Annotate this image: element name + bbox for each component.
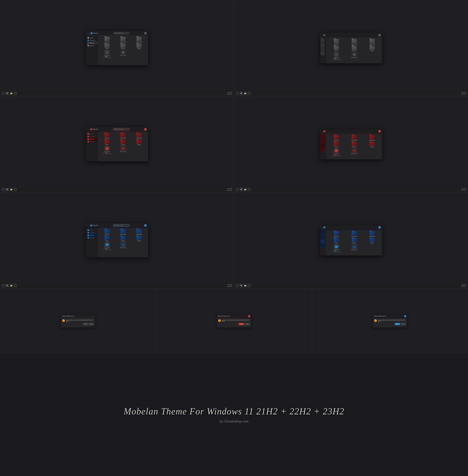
drive-local-6[interactable]: Local Disk (C:) 31.2 GB free of 59.2 GB	[328, 245, 345, 253]
folder-desktop-1[interactable]: Desktop	[100, 37, 115, 43]
folder-music-6[interactable]: Music	[328, 238, 345, 244]
folder-downloads-6[interactable]: Downloads	[364, 231, 381, 237]
taskbar-icon-1[interactable]: ⊞	[2, 92, 5, 95]
close-btn-6[interactable]: ×	[379, 226, 381, 229]
folder-pictures-3[interactable]: Pictures	[116, 140, 131, 145]
dialog-window-3[interactable]: Delete Multiple Items × ! Are you sure y…	[373, 314, 407, 327]
dialog-no-3[interactable]: No	[401, 323, 406, 325]
folder-desktop-6[interactable]: Desktop	[328, 231, 345, 237]
folder-downloads-4[interactable]: Downloads	[364, 135, 381, 141]
close-btn-1[interactable]: ×	[144, 32, 146, 34]
sidebar-network-5[interactable]: Network	[87, 237, 98, 239]
dialog-close-3[interactable]: ×	[404, 315, 406, 317]
explorer-window-5[interactable]: ‹› This PC Search This PC × Home OneDriv…	[86, 223, 148, 257]
folder-downloads-3[interactable]: Downloads	[132, 133, 146, 139]
folder-videos-5[interactable]: Videos	[132, 236, 146, 241]
sidebar-thispc-1[interactable]: This PC	[87, 42, 98, 44]
folder-videos-2[interactable]: Videos	[364, 46, 381, 51]
folder-music-2[interactable]: Music	[328, 46, 345, 51]
folder-desktop-3[interactable]: Desktop	[100, 133, 115, 139]
folder-pictures-4[interactable]: Pictures	[346, 142, 363, 148]
close-btn-4[interactable]: ×	[379, 130, 381, 133]
close-btn-2[interactable]: ×	[379, 34, 381, 36]
drive-dvd-1[interactable]: DVD Drive (D:)	[116, 50, 131, 58]
sidebar-onedrive-5[interactable]: OneDrive	[87, 231, 98, 234]
drive-dvd-3[interactable]: DVD Drive (D:)	[116, 146, 131, 154]
sidebar-home-1[interactable]: Home	[87, 36, 98, 39]
warning-icon-2: !	[218, 319, 221, 322]
drive-dvd-5[interactable]: DVD Drive (D:)	[116, 242, 131, 250]
drive-dvd-4[interactable]: DVD Drive (D:)	[346, 149, 363, 156]
sidebar-onedrive-1[interactable]: OneDrive	[87, 39, 98, 42]
drive-local-5[interactable]: Local Disk (C:) 31.2 GB free of 59.2 GB	[100, 242, 115, 250]
sidebar-1: Home OneDrive This PC Network	[86, 35, 98, 65]
sidebar-home-3[interactable]: Home	[87, 133, 98, 135]
folder-pictures-6[interactable]: Pictures	[346, 238, 363, 244]
folder-documents-4[interactable]: Documents	[346, 135, 363, 141]
folder-downloads-1[interactable]: Downloads	[132, 37, 146, 43]
folder-music-3[interactable]: Music	[100, 140, 115, 145]
sidebar-thispc-5[interactable]: This PC	[87, 234, 98, 237]
drive-local-4[interactable]: Local Disk (C:) 31.4 GB free of 59.2 GB	[328, 149, 345, 156]
dialog-yes-1[interactable]: Yes	[83, 323, 88, 325]
folder-pictures-5[interactable]: Pictures	[116, 236, 131, 241]
folder-documents-1[interactable]: Documents	[116, 37, 131, 43]
folder-desktop-5[interactable]: Desktop	[100, 229, 115, 235]
dialog-close-1[interactable]: ×	[92, 315, 94, 317]
taskbar-6: ⊞ 🔍 📁 ⚙ 4:40 PM6/3/2023	[234, 283, 468, 288]
sidebar-icon-r2	[321, 139, 324, 143]
taskbar-time-1: 4:40 PM 6/3/2023	[227, 92, 232, 95]
explorer-window-1[interactable]: ‹› This PC Search This PC × Home OneDriv…	[86, 31, 148, 65]
folder-videos-6[interactable]: Videos	[364, 238, 381, 244]
explorer-window-6[interactable]: ‹ × Desktop Documents Downloads Music Pi…	[320, 225, 382, 255]
folder-downloads-5[interactable]: Downloads	[132, 229, 146, 235]
sidebar-network-3[interactable]: Network	[87, 140, 98, 143]
dialog-window-1[interactable]: Delete Multiple Items × ! Are you sure y…	[61, 314, 95, 327]
close-btn-5[interactable]: ×	[144, 224, 146, 227]
dialog-window-2[interactable]: Delete Multiple Items × ! Are you sure y…	[217, 314, 251, 327]
search-box-1[interactable]: Search This PC	[113, 32, 130, 34]
folder-documents-6[interactable]: Documents	[346, 231, 363, 237]
folder-desktop-4[interactable]: Desktop	[328, 135, 345, 141]
taskbar-1: ⊞ 🔍 📁 ⚙ 4:40 PM 6/3/2023	[0, 91, 234, 96]
dialog-message-2: Are you sure you want to permanently del…	[222, 319, 250, 322]
dialog-yes-2[interactable]: Yes	[239, 323, 244, 325]
drive-local-3[interactable]: Local Disk (C:) 31.4 GB free of 59.2 GB	[100, 146, 115, 154]
folder-pictures-1[interactable]: Pictures	[116, 44, 131, 49]
warning-icon-3: !	[374, 319, 377, 322]
search-box-5[interactable]: Search This PC	[113, 224, 130, 227]
dialog-no-1[interactable]: No	[89, 323, 94, 325]
folder-music-1[interactable]: Music	[100, 44, 115, 49]
folder-music-4[interactable]: Music	[328, 142, 345, 148]
sidebar-thispc-3[interactable]: This PC	[87, 138, 98, 140]
search-box-3[interactable]: Search This PC	[113, 128, 130, 131]
drive-local-2[interactable]: Local Disk (C:) 31.5 GB free of 59.2 GB	[328, 52, 345, 60]
drive-dvd-2[interactable]: DVD Drive (D:)	[346, 52, 363, 60]
dialog-close-2[interactable]: ×	[248, 315, 250, 317]
folder-music-5[interactable]: Music	[100, 236, 115, 241]
drive-local-1[interactable]: Local Disk (C:) 31.5 GB free of 59.2 GB	[100, 50, 115, 58]
folder-pictures-2[interactable]: Pictures	[346, 46, 363, 51]
dialog-yes-3[interactable]: Yes	[395, 323, 400, 325]
taskbar-search-1[interactable]: 🔍	[6, 92, 9, 95]
folder-downloads-2[interactable]: Downloads	[364, 39, 381, 45]
explorer-window-3[interactable]: ‹› This PC Search This PC × Home OneDriv…	[86, 127, 148, 161]
folder-videos-4[interactable]: Videos	[364, 142, 381, 148]
drive-dvd-6[interactable]: DVD Drive (D:)	[346, 245, 363, 253]
explorer-window-2[interactable]: ‹ × Desktop Documents Downloads Music Pi…	[320, 33, 382, 63]
folder-videos-1[interactable]: Videos	[132, 44, 146, 49]
sidebar-home-5[interactable]: Home	[87, 229, 98, 231]
sidebar-onedrive-3[interactable]: OneDrive	[87, 135, 98, 138]
dialog-message-3: Are you sure you want to permanently del…	[378, 319, 406, 322]
folder-documents-5[interactable]: Documents	[116, 229, 131, 235]
taskbar-file-1[interactable]: 📁	[10, 92, 13, 95]
folder-videos-3[interactable]: Videos	[132, 140, 146, 145]
folder-documents-3[interactable]: Documents	[116, 133, 131, 139]
sidebar-network-1[interactable]: Network	[87, 44, 98, 47]
folder-documents-2[interactable]: Documents	[346, 39, 363, 45]
explorer-window-4[interactable]: ‹ × Desktop Documents Downloads Music Pi…	[320, 129, 382, 159]
folder-desktop-2[interactable]: Desktop	[328, 39, 345, 45]
close-btn-3[interactable]: ×	[144, 128, 146, 131]
taskbar-settings-1[interactable]: ⚙	[14, 92, 17, 95]
dialog-no-2[interactable]: No	[245, 323, 250, 325]
